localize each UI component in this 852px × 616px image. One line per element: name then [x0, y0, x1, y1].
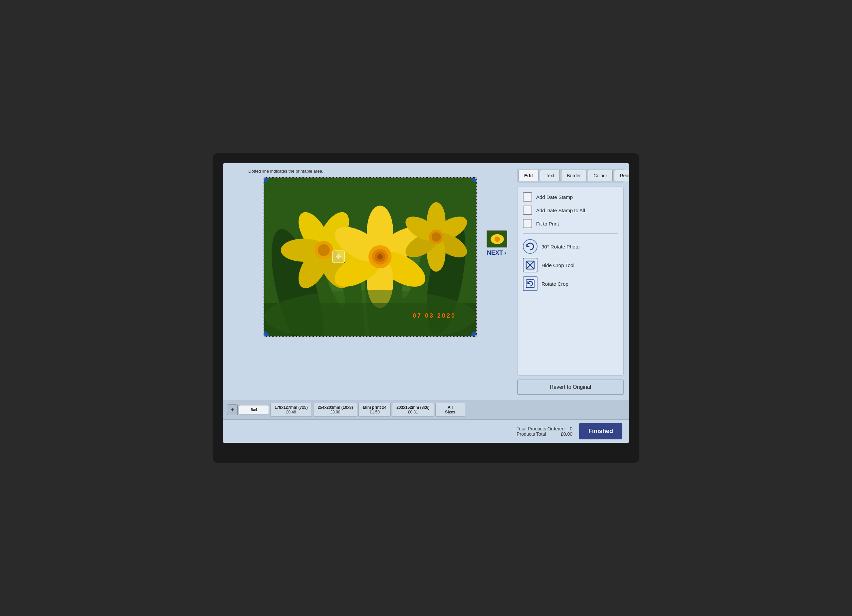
fit-to-print-checkbox[interactable] [523, 219, 532, 228]
svg-point-14 [318, 244, 330, 256]
main-content: Dotted line indicates the printable area… [223, 163, 629, 400]
add-date-stamp-all-checkbox[interactable] [523, 206, 532, 215]
rotate-crop-label: Rotate Crop [541, 281, 568, 287]
revert-to-original-button[interactable]: Revert to Original [517, 380, 624, 395]
add-button[interactable]: + [227, 404, 238, 415]
printable-area-label: Dotted line indicates the printable area… [248, 169, 323, 174]
size-7x5-price: £0.48 [275, 410, 308, 414]
size-option-mini[interactable]: Mini print x4 £1.50 [358, 403, 391, 417]
products-total-label: Products Total [517, 431, 546, 437]
size-8x6-price: £0.81 [396, 410, 429, 414]
size-8x6-name: 203x152mm (8x6) [396, 405, 429, 410]
svg-text:✥: ✥ [335, 253, 341, 261]
size-mini-price: £1.50 [363, 410, 387, 414]
size-mini-name: Mini print x4 [363, 405, 387, 410]
next-chevron-icon: › [504, 250, 506, 256]
image-wrapper: 07 03 2020 ✥ ↖ ↗ ↙ ↘ [264, 177, 477, 337]
total-products-label: Total Products Ordered [517, 426, 565, 431]
monitor: Dotted line indicates the printable area… [213, 153, 639, 463]
separator-1 [523, 233, 618, 234]
date-stamp: 07 03 2020 [413, 312, 456, 319]
products-total-value: £0.00 [561, 431, 573, 437]
add-date-stamp-all-label: Add Date Stamp to All [536, 208, 585, 213]
size-option-10x8[interactable]: 254x203mm (10x8) £3.00 [313, 403, 357, 417]
tab-border[interactable]: Border [561, 170, 586, 181]
finished-button[interactable]: Finished [579, 423, 622, 439]
bottom-bar: Total Products Ordered 0 Products Total … [223, 419, 629, 443]
tab-bar: Edit Text Border Colour Redeye [517, 169, 624, 182]
size-all-name: All [440, 405, 461, 410]
left-panel: Dotted line indicates the printable area… [228, 169, 512, 395]
add-date-stamp-all-option[interactable]: Add Date Stamp to All [523, 206, 618, 215]
size-all-sizes: Sizes [440, 410, 461, 414]
svg-point-32 [432, 232, 441, 241]
screen: Dotted line indicates the printable area… [223, 163, 629, 443]
tab-colour[interactable]: Colour [588, 170, 613, 181]
hide-crop-tool-label: Hide Crop Tool [541, 262, 574, 268]
size-option-7x5[interactable]: 178x127mm (7x5) £0.48 [270, 403, 312, 417]
next-label: NEXT [487, 250, 503, 256]
size-6x4-name: 6x4 [243, 407, 264, 412]
size-10x8-price: £3.00 [317, 410, 353, 414]
total-info: Total Products Ordered 0 Products Total … [517, 426, 573, 437]
thumbnail-next-container: NEXT › [486, 230, 506, 256]
rotate-photo-icon [523, 239, 538, 254]
add-date-stamp-checkbox[interactable] [523, 192, 532, 202]
hide-crop-tool-btn[interactable]: Hide Crop Tool [523, 258, 618, 273]
size-bar: + 6x4 178x127mm (7x5) £0.48 254x203mm (1… [223, 400, 629, 419]
right-panel: Edit Text Border Colour Redeye Add Date … [517, 169, 624, 395]
size-7x5-name: 178x127mm (7x5) [275, 405, 308, 410]
add-date-stamp-label: Add Date Stamp [536, 194, 573, 200]
total-products-line: Total Products Ordered 0 [517, 426, 573, 431]
add-date-stamp-option[interactable]: Add Date Stamp [523, 192, 618, 202]
rotate-crop-icon [523, 276, 538, 291]
fit-to-print-label: Fit to Print [536, 221, 559, 226]
tab-redeye[interactable]: Redeye [614, 170, 629, 181]
hide-crop-icon [523, 258, 538, 273]
photo-thumbnail [486, 230, 506, 247]
rotate-crop-btn[interactable]: Rotate Crop [523, 276, 618, 291]
size-option-8x6[interactable]: 203x152mm (8x6) £0.81 [392, 403, 434, 417]
edit-panel: Add Date Stamp Add Date Stamp to All Fit… [517, 187, 624, 375]
tab-edit[interactable]: Edit [518, 170, 538, 181]
products-total-line: Products Total £0.00 [517, 431, 573, 437]
size-10x8-name: 254x203mm (10x8) [317, 405, 353, 410]
rotate-photo-btn[interactable]: 90° Rotate Photo [523, 239, 618, 254]
svg-point-39 [495, 236, 500, 242]
move-icon: ✥ [332, 250, 345, 264]
svg-point-24 [378, 254, 383, 259]
total-products-value: 0 [570, 426, 573, 431]
rotate-photo-label: 90° Rotate Photo [541, 244, 579, 250]
size-option-6x4[interactable]: 6x4 [239, 405, 269, 414]
size-option-all[interactable]: All Sizes [435, 403, 465, 417]
next-button[interactable]: NEXT › [487, 250, 506, 256]
tab-text[interactable]: Text [540, 170, 560, 181]
image-container[interactable]: 07 03 2020 ✥ ↖ ↗ ↙ ↘ [264, 177, 477, 337]
fit-to-print-option[interactable]: Fit to Print [523, 219, 618, 228]
